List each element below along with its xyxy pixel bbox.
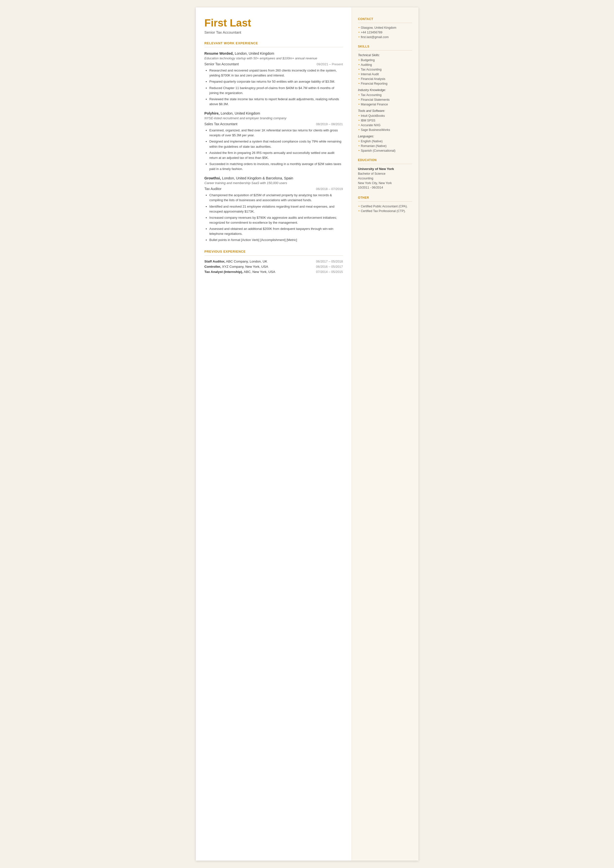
skill-internal-audit: Internal Audit (358, 73, 412, 76)
skill-budgeting: Budgeting (358, 58, 412, 62)
relevant-work-header: RELEVANT WORK EXPERIENCE (205, 41, 343, 45)
contact-item-1: Glasgow, United Kingdom (358, 26, 412, 30)
divider-relevant (205, 47, 343, 47)
job-1-dates: 09/2021 – Present (316, 62, 343, 66)
technical-label: Technical Skills: (358, 53, 412, 57)
skill-tax-accounting: Tax Accounting (358, 68, 412, 71)
lang-english: English (Native) (358, 140, 412, 143)
lang-spanish: Spanish (Conversational) (358, 149, 412, 152)
prev-exp-dates-2: 06/2016 – 05/2017 (316, 265, 343, 269)
job-3-row: Tax Auditor 06/2018 – 07/2019 (205, 187, 343, 191)
lang-romanian: Romanian (Native) (358, 144, 412, 148)
job-1-title: Senior Tax Accountant (205, 62, 239, 66)
company-3-location: London, United Kingdom & Barcelona, Spai… (222, 176, 293, 180)
tool-sage: Sage BusinessWorks (358, 128, 412, 132)
prev-exp-dates-3: 07/2014 – 05/2015 (316, 270, 343, 274)
prev-exp-dates-1: 06/2017 – 05/2018 (316, 259, 343, 263)
other-cpa: Certified Public Accountant (CPA). (358, 205, 412, 208)
company-3-name: Growthsi, (205, 176, 221, 180)
company-2: Polyhire, London, United Kingdom (205, 111, 343, 116)
education-field: Accounting (358, 176, 412, 181)
list-item: Designed and implemented a system that r… (209, 139, 343, 149)
job-2-bullets: Examined, organized, and filed over 1K r… (205, 128, 343, 171)
industry-managerial-finance: Managerial Finance (358, 103, 412, 106)
skill-financial-reporting: Financial Reporting (358, 82, 412, 85)
company-1-name: Resume Worded, (205, 51, 234, 56)
job-2-dates: 08/2019 – 08/2021 (316, 122, 343, 126)
job-1-row: Senior Tax Accountant 09/2021 – Present (205, 62, 343, 66)
contact-header: CONTACT (358, 17, 412, 21)
job-2-row: Sales Tax Accountant 08/2019 – 08/2021 (205, 122, 343, 126)
skills-header: SKILLS (358, 45, 412, 48)
list-item: Assisted the firm in preparing 26 IRS re… (209, 151, 343, 160)
company-1-location: London, United Kingdom (235, 51, 274, 56)
contact-item-2: +44 123456789 (358, 31, 412, 34)
prev-exp-row-2: Controller, XYZ Company, New York, USA 0… (205, 265, 343, 269)
company-2-desc: NYSE-listed recruitment and employer bra… (205, 116, 343, 120)
prev-exp-row-1: Staff Auditor, ABC Company, London, UK 0… (205, 259, 343, 263)
prev-exp-rest-3: ABC, New York, USA (243, 270, 276, 274)
list-item: Researched and recovered unpaid taxes fr… (209, 68, 343, 78)
company-3: Growthsi, London, United Kingdom & Barce… (205, 176, 343, 180)
industry-label: Industry Knowledge: (358, 89, 412, 92)
skill-auditing: Auditing (358, 63, 412, 67)
job-1-bullets: Researched and recovered unpaid taxes fr… (205, 68, 343, 107)
languages-label: Languages: (358, 135, 412, 138)
other-ctp: Certified Tax Professional (CTP). (358, 209, 412, 213)
industry-financial-statements: Financial Statements (358, 98, 412, 101)
education-school: University of New York (358, 167, 412, 171)
industry-tax-accounting: Tax Accounting (358, 93, 412, 97)
company-1: Resume Worded, London, United Kingdom (205, 51, 343, 56)
job-3-bullets: Championed the acquisition of $25M of un… (205, 193, 343, 242)
prev-exp-left-2: Controller, XYZ Company, New York, USA (205, 265, 268, 269)
prev-exp-left-3: Tax Analyst (Internship), ABC, New York,… (205, 270, 276, 274)
contact-item-3: first.last@gmail.com (358, 36, 412, 39)
tool-ibm-spss: IBM SPSS (358, 119, 412, 122)
left-panel: First Last Senior Tax Accountant RELEVAN… (196, 8, 352, 860)
candidate-title: Senior Tax Accountant (205, 30, 343, 34)
education-location: New York City, New York (358, 181, 412, 186)
previous-exp-header: PREVIOUS EXPERIENCE (205, 250, 343, 253)
prev-exp-bold-2: Controller, (205, 265, 221, 269)
job-3-dates: 06/2018 – 07/2019 (316, 187, 343, 191)
list-item: Assessed and obtained an additional $200… (209, 227, 343, 236)
education-header: EDUCATION (358, 158, 412, 162)
skill-financial-analysis: Financial Analysis (358, 77, 412, 81)
tool-quickbooks: Intuit QuickBooks (358, 114, 412, 118)
list-item: Examined, organized, and filed over 1K r… (209, 128, 343, 138)
tools-label: Tools and Software: (358, 109, 412, 113)
divider-education (358, 164, 412, 164)
prev-exp-row-3: Tax Analyst (Internship), ABC, New York,… (205, 270, 343, 274)
divider-contact (358, 23, 412, 23)
list-item: Championed the acquisition of $25M of un… (209, 193, 343, 203)
right-panel: CONTACT Glasgow, United Kingdom +44 1234… (352, 8, 419, 860)
prev-exp-rest-1: ABC Company, London, UK (225, 259, 267, 263)
company-3-desc: Career training and membership SaaS with… (205, 181, 343, 185)
company-2-location: London, United Kingdom (220, 111, 260, 115)
company-2-name: Polyhire, (205, 111, 220, 115)
candidate-name: First Last (205, 17, 343, 29)
list-item: Identified and resolved 21 employee viol… (209, 204, 343, 214)
tool-accurate-nxg: Accurate NXG (358, 123, 412, 127)
company-1-desc: Education technology startup with 50+ em… (205, 56, 343, 60)
list-item: Increased company revenues by $790K via … (209, 215, 343, 225)
education-degree: Bachelor of Science (358, 171, 412, 176)
prev-exp-bold-3: Tax Analyst (Internship), (205, 270, 243, 274)
prev-exp-rest-2: XYZ Company, New York, USA (221, 265, 268, 269)
list-item: Bullet points in format [Action Verb] [A… (209, 238, 343, 242)
list-item: Reviewed the state income tax returns to… (209, 97, 343, 107)
list-item: Prepared quarterly corporate tax returns… (209, 79, 343, 84)
prev-exp-bold-1: Staff Auditor, (205, 259, 225, 263)
education-dates: 10/2011 - 06/2014 (358, 185, 412, 190)
prev-exp-left-1: Staff Auditor, ABC Company, London, UK (205, 259, 267, 263)
list-item: Succeeded in matching orders to invoices… (209, 161, 343, 171)
resume-container: First Last Senior Tax Accountant RELEVAN… (196, 8, 419, 860)
list-item: Reduced Chapter 11 bankruptcy proof-of-c… (209, 85, 343, 96)
other-header: OTHER (358, 196, 412, 199)
divider-previous (205, 255, 343, 256)
job-2-title: Sales Tax Accountant (205, 122, 238, 126)
job-3-title: Tax Auditor (205, 187, 222, 191)
